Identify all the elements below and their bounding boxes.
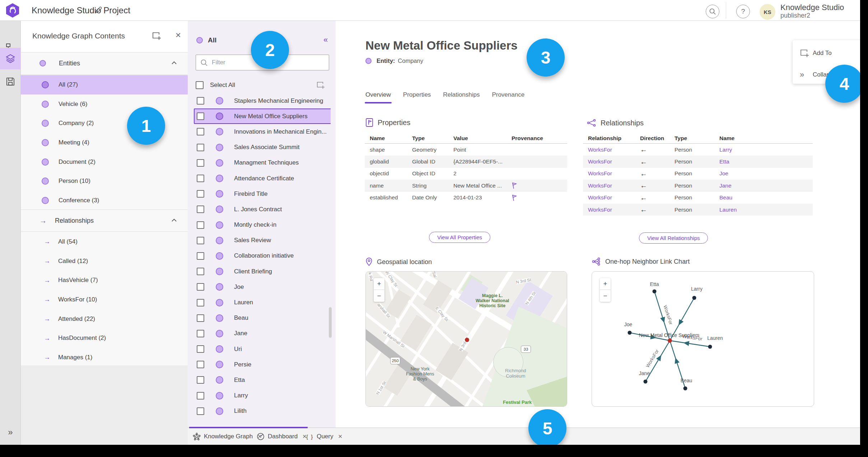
entity-list-item[interactable]: Firebird Title: [194, 186, 331, 202]
relationship-type-row[interactable]: → HasDocument (2): [21, 328, 188, 348]
node-Larry[interactable]: [692, 296, 696, 300]
avatar[interactable]: KS: [760, 4, 775, 20]
entity-checkbox[interactable]: [197, 268, 204, 275]
entity-list-item[interactable]: Lauren: [194, 295, 331, 310]
close-tab-icon[interactable]: ✕: [336, 433, 342, 440]
tab-relationships[interactable]: Relationships: [443, 91, 480, 103]
entity-list-item[interactable]: Beau: [194, 310, 331, 326]
zoom-in-button[interactable]: +: [374, 278, 384, 290]
relationship-link[interactable]: WorksFor: [588, 147, 640, 153]
entity-checkbox[interactable]: [197, 97, 204, 105]
list-scrollbar[interactable]: [329, 307, 332, 338]
entity-checkbox[interactable]: [197, 376, 204, 384]
entity-checkbox[interactable]: [197, 206, 204, 213]
rail-expand-button[interactable]: »: [0, 423, 21, 441]
entity-checkbox[interactable]: [197, 112, 204, 120]
related-entity-link[interactable]: Larry: [719, 147, 766, 153]
node-Jane[interactable]: [644, 380, 648, 384]
relationship-type-row[interactable]: → Called (12): [21, 251, 188, 271]
entity-list-item[interactable]: Client Briefing: [194, 264, 331, 279]
zoom-in-button[interactable]: +: [600, 278, 611, 290]
related-entity-link[interactable]: Joe: [719, 170, 766, 177]
help-button[interactable]: ?: [736, 5, 750, 18]
entity-list-item[interactable]: L. Jones Contract: [194, 202, 331, 217]
rail-save-button[interactable]: [0, 71, 21, 92]
entity-checkbox[interactable]: [197, 128, 204, 135]
add-to-new-icon[interactable]: [152, 32, 161, 40]
entity-list-item[interactable]: Innovations in Mechanical Engin...: [194, 124, 331, 139]
map-panel[interactable]: + − k RdW Clay StSalN 3rd StN 4th Starsh…: [365, 271, 567, 407]
tab-overview[interactable]: Overview: [365, 91, 391, 103]
entities-section-header[interactable]: Entities: [21, 52, 188, 74]
entity-checkbox[interactable]: [197, 221, 204, 229]
entity-checkbox[interactable]: [197, 345, 204, 353]
entity-list-item[interactable]: Montly check-in: [194, 217, 331, 233]
rail-contents-button[interactable]: [0, 48, 21, 69]
node-Lauren[interactable]: [708, 345, 712, 349]
chevron-up-icon[interactable]: [171, 218, 177, 222]
entity-checkbox[interactable]: [197, 392, 204, 400]
entity-list-item[interactable]: Attendance Certificate: [194, 171, 331, 186]
user-info[interactable]: Knowledge Studio publisher2: [780, 3, 844, 19]
zoom-out-button[interactable]: −: [600, 290, 611, 302]
relationships-section-header[interactable]: → Relationships: [21, 210, 188, 231]
relationship-link[interactable]: WorksFor: [588, 183, 640, 189]
tab-knowledge-graph[interactable]: Knowledge Graph ✕: [193, 428, 262, 445]
zoom-out-button[interactable]: −: [374, 290, 384, 302]
entity-list-item[interactable]: Persie: [194, 357, 331, 372]
tab-provenance[interactable]: Provenance: [492, 91, 524, 103]
entity-checkbox[interactable]: [197, 252, 204, 260]
relationship-type-row[interactable]: → WorksFor (10): [21, 290, 188, 309]
relationship-link[interactable]: WorksFor: [588, 170, 640, 177]
tab-dashboard[interactable]: Dashboard ✕: [257, 428, 307, 445]
entity-list-item[interactable]: Collaboration initiative: [194, 248, 331, 264]
entity-list-item[interactable]: Larry: [194, 388, 331, 403]
entity-list-item[interactable]: Uri: [194, 341, 331, 357]
entity-checkbox[interactable]: [197, 361, 204, 368]
entity-checkbox[interactable]: [197, 190, 204, 198]
edge-Lauren[interactable]: [670, 341, 710, 347]
entity-list-item[interactable]: Etta: [194, 372, 331, 388]
entity-checkbox[interactable]: [197, 283, 204, 291]
relationship-type-row[interactable]: → Manages (1): [21, 348, 188, 367]
entity-list-item[interactable]: Staplers Mechanical Engineering: [194, 93, 331, 109]
node-Beau[interactable]: [683, 387, 687, 391]
view-all-properties-button[interactable]: View All Properties: [429, 232, 490, 243]
close-panel-icon[interactable]: ✕: [175, 31, 181, 40]
related-entity-link[interactable]: Jane: [719, 183, 766, 189]
entity-type-row[interactable]: Vehicle (6): [21, 94, 188, 114]
add-to-new-icon[interactable]: [316, 81, 325, 89]
view-all-relationships-button[interactable]: View All Relationships: [639, 232, 708, 244]
tab-properties[interactable]: Properties: [403, 91, 431, 103]
add-to-menu-item[interactable]: Add To: [793, 45, 864, 62]
collapse-panel-icon[interactable]: «: [323, 35, 328, 45]
entity-list-item[interactable]: Jane: [194, 326, 331, 341]
entity-checkbox[interactable]: [197, 299, 204, 306]
entity-type-row[interactable]: Meeting (4): [21, 133, 188, 152]
entity-checkbox[interactable]: [197, 144, 204, 151]
entity-type-row[interactable]: All (27): [21, 75, 188, 94]
relationship-type-row[interactable]: → HasVehicle (7): [21, 271, 188, 290]
node-Etta[interactable]: [653, 290, 657, 294]
select-all-checkbox[interactable]: [196, 81, 204, 89]
node-center[interactable]: [668, 338, 672, 343]
tab-query[interactable]: { } Query ✕: [306, 428, 342, 445]
related-entity-link[interactable]: Lauren: [719, 207, 766, 213]
relationship-link[interactable]: WorksFor: [588, 194, 640, 201]
entity-list-item[interactable]: Sales Review: [194, 233, 331, 248]
related-entity-link[interactable]: Beau: [719, 194, 766, 201]
entity-checkbox[interactable]: [197, 407, 204, 415]
entity-list-item[interactable]: Sales Associate Summit: [194, 140, 331, 155]
entity-checkbox[interactable]: [197, 237, 204, 244]
chevron-up-icon[interactable]: [171, 61, 177, 65]
entity-list-item[interactable]: Lilith: [194, 403, 331, 419]
entity-checkbox[interactable]: [197, 159, 204, 167]
relationship-type-row[interactable]: → Attended (22): [21, 309, 188, 329]
entity-list-item[interactable]: New Metal Office Suppliers: [194, 109, 331, 124]
entity-type-row[interactable]: Person (10): [21, 171, 188, 191]
entity-checkbox[interactable]: [197, 330, 204, 337]
node-Joe[interactable]: [628, 331, 632, 335]
entity-type-row[interactable]: Conference (3): [21, 191, 188, 210]
entity-type-row[interactable]: Document (2): [21, 152, 188, 172]
provenance-flag-icon[interactable]: [512, 194, 517, 201]
